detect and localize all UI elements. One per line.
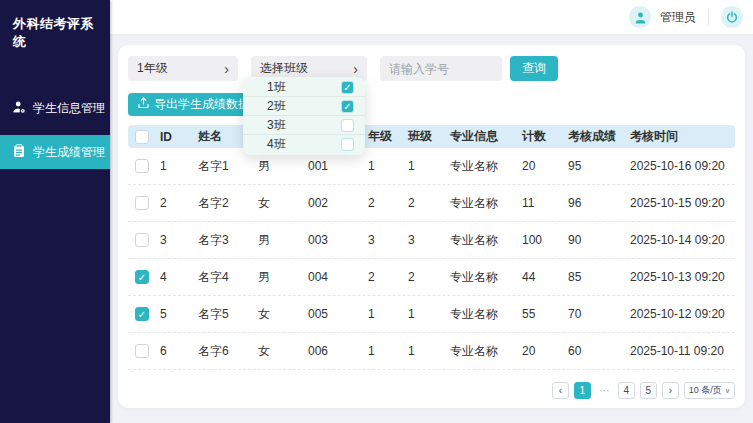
table-cell: 44: [518, 270, 564, 284]
row-checkbox-cell: ✓: [128, 270, 156, 284]
table-cell: 20: [518, 344, 564, 358]
page-button[interactable]: 5: [640, 382, 657, 399]
column-header: 年级: [364, 128, 404, 145]
query-button[interactable]: 查询: [510, 56, 558, 81]
table-cell: 20: [518, 159, 564, 173]
table-cell: 002: [304, 196, 364, 210]
column-header: ID: [156, 130, 194, 144]
table-cell: 2025-10-13 09:20: [626, 270, 735, 284]
class-option[interactable]: 3班: [243, 116, 365, 135]
page-button[interactable]: 1: [574, 382, 591, 399]
table-cell: 名字1: [194, 158, 254, 175]
grade-select-value: 1年级: [137, 60, 168, 77]
class-select-placeholder: 选择班级: [260, 60, 308, 77]
row-checkbox[interactable]: ✓: [135, 307, 149, 321]
page-size-select[interactable]: 10 条/页 ∨: [684, 382, 735, 399]
select-all-checkbox[interactable]: [135, 130, 149, 144]
table-cell: 2025-10-14 09:20: [626, 233, 735, 247]
table-cell: 女: [254, 306, 304, 323]
table-cell: 001: [304, 159, 364, 173]
export-row: 导出学生成绩数据: [128, 93, 735, 116]
app-title: 外科结考评系统: [0, 0, 110, 51]
table-cell: 004: [304, 270, 364, 284]
table-cell: 95: [564, 159, 626, 173]
grade-select[interactable]: 1年级 ›: [128, 56, 238, 81]
table-cell: 名字6: [194, 343, 254, 360]
class-option[interactable]: 2班✓: [243, 97, 365, 116]
table-cell: 女: [254, 195, 304, 212]
table-cell: 100: [518, 233, 564, 247]
students-table: ID姓名年级班级专业信息计数考核成绩考核时间 1名字1男00111专业名称209…: [128, 125, 735, 370]
class-option-checkbox[interactable]: ✓: [341, 100, 354, 113]
table-cell: 006: [304, 344, 364, 358]
class-option[interactable]: 1班✓: [243, 78, 365, 97]
chevron-down-icon: ∨: [725, 387, 730, 395]
export-grades-button[interactable]: 导出学生成绩数据: [128, 93, 260, 116]
row-checkbox-cell: [128, 344, 156, 358]
table-cell: 70: [564, 307, 626, 321]
table-cell: 名字2: [194, 195, 254, 212]
table-row: 1名字1男00111专业名称20952025-10-16 09:20: [128, 148, 735, 185]
student-id-input[interactable]: [380, 56, 502, 81]
page-button[interactable]: 4: [618, 382, 635, 399]
table-cell: 名字4: [194, 269, 254, 286]
table-cell: 2: [404, 196, 446, 210]
content-card: 1年级 › 选择班级 › 查询 导出: [118, 45, 745, 408]
row-checkbox[interactable]: ✓: [135, 270, 149, 284]
sidebar: 外科结考评系统 学生信息管理 学生成绩管理: [0, 0, 110, 423]
table-body: 1名字1男00111专业名称20952025-10-16 09:202名字2女0…: [128, 148, 735, 370]
table-header-row: ID姓名年级班级专业信息计数考核成绩考核时间: [128, 125, 735, 148]
table-row: 3名字3男00333专业名称100902025-10-14 09:20: [128, 222, 735, 259]
topbar-divider: [708, 9, 709, 25]
prev-page-button[interactable]: ‹: [552, 382, 569, 399]
table-cell: 专业名称: [446, 158, 518, 175]
table-cell: 11: [518, 196, 564, 210]
table-cell: 男: [254, 269, 304, 286]
class-option-checkbox[interactable]: ✓: [341, 81, 354, 94]
table-cell: 2025-10-11 09:20: [626, 344, 735, 358]
column-header: 考核成绩: [564, 128, 626, 145]
class-option-checkbox[interactable]: [341, 138, 354, 151]
column-header: 计数: [518, 128, 564, 145]
row-checkbox-cell: ✓: [128, 307, 156, 321]
table-cell: 男: [254, 232, 304, 249]
table-cell: 4: [156, 270, 194, 284]
export-icon: [138, 97, 149, 112]
logout-power-button[interactable]: [721, 6, 743, 28]
filter-row: 1年级 › 选择班级 › 查询: [128, 56, 735, 81]
row-checkbox-cell: [128, 233, 156, 247]
table-cell: 2025-10-16 09:20: [626, 159, 735, 173]
row-checkbox[interactable]: [135, 233, 149, 247]
gradebook-icon: [12, 144, 26, 161]
class-option-label: 4班: [267, 136, 286, 153]
row-checkbox[interactable]: [135, 196, 149, 210]
sidebar-menu: 学生信息管理 学生成绩管理: [0, 91, 110, 169]
next-page-button[interactable]: ›: [662, 382, 679, 399]
row-checkbox[interactable]: [135, 159, 149, 173]
ellipsis-page-button: ···: [596, 382, 613, 399]
class-option-label: 1班: [267, 79, 286, 96]
table-cell: 55: [518, 307, 564, 321]
column-header: 班级: [404, 128, 446, 145]
table-cell: 3: [156, 233, 194, 247]
table-cell: 90: [564, 233, 626, 247]
table-cell: 名字5: [194, 306, 254, 323]
table-cell: 2: [364, 196, 404, 210]
sidebar-item-student-grades[interactable]: 学生成绩管理: [0, 135, 110, 169]
row-checkbox[interactable]: [135, 344, 149, 358]
table-cell: 专业名称: [446, 195, 518, 212]
table-cell: 1: [364, 307, 404, 321]
table-cell: 名字3: [194, 232, 254, 249]
table-cell: 3: [364, 233, 404, 247]
table-cell: 1: [364, 159, 404, 173]
table-cell: 专业名称: [446, 306, 518, 323]
sidebar-item-label: 学生成绩管理: [33, 144, 105, 161]
class-option[interactable]: 4班: [243, 135, 365, 154]
table-row: 6名字6女00611专业名称20602025-10-11 09:20: [128, 333, 735, 370]
table-cell: 1: [404, 344, 446, 358]
page-size-label: 10 条/页: [689, 384, 722, 397]
class-option-checkbox[interactable]: [341, 119, 354, 132]
sidebar-item-student-info[interactable]: 学生信息管理: [0, 91, 110, 125]
user-icon: [12, 100, 26, 117]
class-option-label: 3班: [267, 117, 286, 134]
